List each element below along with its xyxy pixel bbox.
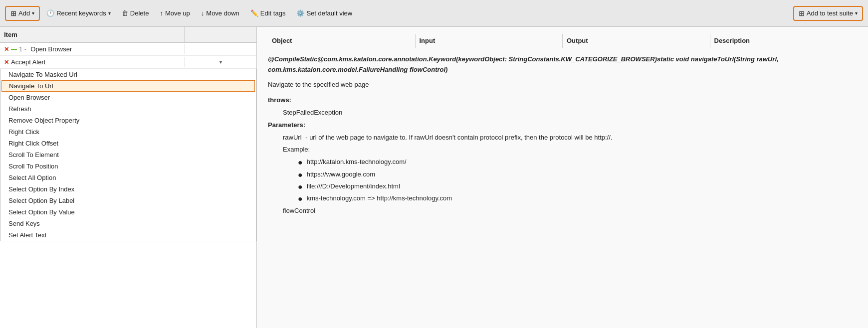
add-to-suite-button[interactable]: ⊞ Add to test suite ▾ — [793, 6, 863, 21]
item-column-header: Item — [0, 27, 185, 42]
add-button[interactable]: ⊞ Add ▾ — [5, 6, 40, 21]
plus-suite-icon: ⊞ — [799, 9, 805, 17]
list-item[interactable]: Remove Object Property — [0, 115, 256, 126]
desc-flowcontrol: flowControl — [268, 206, 857, 216]
delete-label: Delete — [130, 9, 149, 17]
add-suite-label: Add to test suite — [807, 9, 853, 17]
description-panel: Object Input Output Description @Compile… — [257, 27, 868, 328]
add-label: Add — [18, 9, 30, 17]
edit-tags-button[interactable]: ✏️ Edit tags — [246, 7, 290, 19]
recent-chevron-icon: ▾ — [108, 10, 111, 16]
desc-throws-label: throws: — [268, 95, 857, 106]
recent-keywords-label: Recent keywords — [56, 9, 106, 17]
table-header: Item — [0, 27, 256, 43]
suite-chevron-icon: ▾ — [855, 10, 858, 16]
recent-keywords-button[interactable]: 🕐 Recent keywords ▾ — [42, 7, 115, 19]
main-area: Item ✕ — 1 - Open Browser ✕ Accept Alert — [0, 27, 868, 328]
keyword-dropdown-list: Navigate To Masked UrlNavigate To UrlOpe… — [0, 69, 256, 241]
delete-button[interactable]: 🗑 Delete — [117, 7, 154, 19]
table-panel: Item ✕ — 1 - Open Browser ✕ Accept Alert — [0, 27, 257, 328]
list-item[interactable]: Select Option By Index — [0, 183, 256, 195]
row-item-cell: ✕ — 1 - Open Browser — [0, 44, 185, 54]
list-item: ●https://www.google.com — [268, 169, 857, 180]
add-chevron-icon: ▾ — [32, 10, 34, 16]
list-item[interactable]: Select All Option — [0, 172, 256, 183]
row-name: Accept Alert — [11, 58, 45, 66]
list-item: ●file:///D:/Development/index.html — [268, 181, 857, 192]
clock-icon: 🕐 — [46, 9, 54, 17]
list-item[interactable]: Select Option By Label — [0, 195, 256, 206]
desc-params-label: Parameters: — [268, 120, 857, 131]
set-default-label: Set default view — [306, 9, 352, 17]
list-item[interactable]: Set Alert Text — [0, 229, 256, 241]
list-item[interactable]: Right Click — [0, 126, 256, 138]
list-item[interactable]: Scroll To Element — [0, 149, 256, 161]
table-body: ✕ — 1 - Open Browser ✕ Accept Alert ▼ — [0, 43, 256, 328]
row-item-cell: ✕ Accept Alert — [0, 57, 185, 67]
dropdown-arrow-icon: ▼ — [218, 59, 223, 65]
desc-signature: @CompileStatic@com.kms.katalon.core.anno… — [268, 54, 857, 75]
toolbar: ⊞ Add ▾ 🕐 Recent keywords ▾ 🗑 Delete ↑ M… — [0, 0, 868, 27]
list-item[interactable]: Navigate To Masked Url — [0, 69, 256, 80]
list-item[interactable]: Navigate To Url — [1, 80, 255, 92]
move-down-button[interactable]: ↓ Move down — [197, 7, 244, 19]
list-item: ●http://katalon.kms-technology.com/ — [268, 157, 857, 168]
list-item[interactable]: Open Browser — [0, 92, 256, 103]
row-name: Open Browser — [30, 45, 72, 53]
desc-examples-list: ●http://katalon.kms-technology.com/●http… — [268, 157, 857, 205]
desc-summary: Navigate to the specified web page — [268, 80, 857, 90]
edit-icon: ✏️ — [250, 9, 258, 17]
green-dash-icon: — — [11, 46, 17, 53]
move-down-label: Move down — [206, 9, 239, 17]
list-item[interactable]: Send Keys — [0, 218, 256, 229]
table-row[interactable]: ✕ — 1 - Open Browser — [0, 43, 256, 56]
red-x-icon2: ✕ — [4, 59, 9, 66]
list-item[interactable]: Right Click Offset — [0, 138, 256, 149]
edit-tags-label: Edit tags — [260, 9, 286, 17]
desc-throws-value: StepFailedException — [268, 108, 857, 118]
move-up-label: Move up — [165, 9, 190, 17]
move-up-button[interactable]: ↑ Move up — [155, 7, 194, 19]
input-column-header: Input — [416, 34, 563, 48]
desc-example-label: Example: — [268, 145, 857, 155]
table-row[interactable]: ✕ Accept Alert ▼ — [0, 56, 256, 69]
list-item[interactable]: Scroll To Position — [0, 161, 256, 172]
output-column-header: Output — [563, 34, 710, 48]
set-default-view-button[interactable]: ⚙️ Set default view — [292, 7, 357, 19]
desc-rawurl-label: rawUrl - url of the web page to navigate… — [268, 133, 857, 143]
description-column-header: Description — [710, 34, 858, 48]
arrow-up-icon: ↑ — [160, 9, 163, 17]
list-item[interactable]: Refresh — [0, 103, 256, 115]
trash-icon: 🗑 — [122, 9, 128, 17]
plus-icon: ⊞ — [10, 9, 16, 17]
row-object-cell: ▼ — [185, 58, 256, 66]
arrow-down-icon: ↓ — [201, 9, 205, 17]
object-column-header: Object — [268, 34, 416, 48]
list-item: ●kms-technology.com => http://kms-techno… — [268, 193, 857, 204]
red-x-icon: ✕ — [4, 46, 9, 53]
list-item[interactable]: Select Option By Value — [0, 206, 256, 218]
gear-icon: ⚙️ — [296, 9, 304, 17]
